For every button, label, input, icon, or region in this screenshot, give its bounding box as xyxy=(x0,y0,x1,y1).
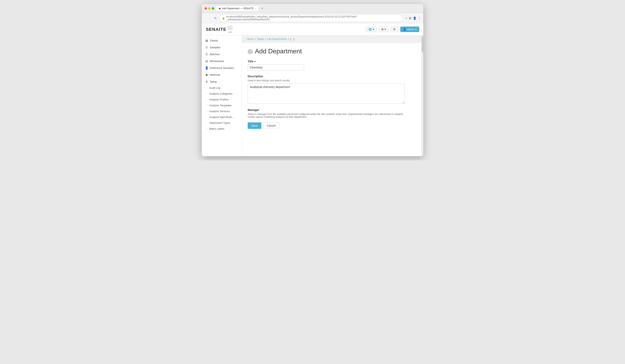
breadcrumb-sep2: / xyxy=(265,37,266,40)
user-icon: 👤 xyxy=(403,28,406,31)
browser-window: ◉ Add Department — SENAITE × + ‹ › ↻ 🔒 l… xyxy=(202,4,423,156)
sidebar: ▦ Clients ⊟ Samples ☰ Batches ▤ Workshee… xyxy=(202,35,242,156)
manager-label: Manager xyxy=(248,108,416,112)
grid-button[interactable]: ⊞ ▾ xyxy=(379,27,389,32)
sidebar-item-methods[interactable]: ▣ Methods xyxy=(202,71,242,78)
sidebar-item-label: Clients xyxy=(210,39,218,42)
setup-icon: ⚙ xyxy=(205,80,208,83)
sidebar-item-batches[interactable]: ☰ Batches xyxy=(202,51,242,58)
title-label: Title ● xyxy=(248,60,416,63)
window-controls xyxy=(205,7,214,10)
address-bar[interactable]: 🔒 localhost:8080/senaite/bika_setup/bika… xyxy=(219,14,403,22)
browser-toolbar: ‹ › ↻ 🔒 localhost:8080/senaite/bika_setu… xyxy=(202,13,423,23)
globe-button[interactable]: 🌐 ▾ xyxy=(366,27,377,32)
title-label-text: Title xyxy=(248,60,253,63)
settings-button[interactable]: ⚙ xyxy=(391,27,398,32)
breadcrumb-ellipsis: […] xyxy=(290,37,294,40)
sidebar-item-label: Samples xyxy=(210,46,220,49)
close-dot[interactable] xyxy=(205,7,207,10)
sidebar-sub-analysis-services[interactable]: › Analysis Services xyxy=(202,108,242,114)
forward-button[interactable]: › xyxy=(209,16,212,20)
methods-icon: ▣ xyxy=(205,73,208,76)
sidebar-item-reference-samples[interactable]: 👤 Reference Samples xyxy=(202,64,242,71)
sidebar-sub-batch-labels[interactable]: › Batch Labels xyxy=(202,126,242,132)
logo-hexagon xyxy=(227,25,233,31)
new-tab-button[interactable]: + xyxy=(261,7,263,10)
scrollbar-track[interactable] xyxy=(421,35,423,156)
title-field-group: Title ● xyxy=(248,60,416,71)
sidebar-item-setup[interactable]: ⚙ Setup xyxy=(202,78,242,85)
logo-sub: LIMS xyxy=(228,31,232,33)
sidebar-item-label: Methods xyxy=(210,73,220,76)
description-help: Used in item listings and search results… xyxy=(248,79,416,82)
chevron-right-icon: › xyxy=(207,98,208,101)
batches-icon: ☰ xyxy=(205,53,208,56)
app-body: ▦ Clients ⊟ Samples ☰ Batches ▤ Workshee… xyxy=(202,35,423,156)
sidebar-sub-label: Attachment Types xyxy=(209,121,230,124)
sidebar-item-label: Setup xyxy=(210,80,217,83)
chevron-right-icon: › xyxy=(207,128,208,130)
chevron-right-icon: › xyxy=(207,104,208,107)
required-marker: ● xyxy=(254,60,256,63)
page-title: Add Department xyxy=(255,48,302,55)
sidebar-sub-analysis-specifications[interactable]: › Analysis Specificati... xyxy=(202,114,242,120)
breadcrumb-home[interactable]: Home xyxy=(247,37,254,40)
admin-label: admin xyxy=(407,28,414,31)
refresh-button[interactable]: ↻ xyxy=(213,16,218,20)
admin-button[interactable]: 👤 admin ▾ xyxy=(400,27,419,32)
sidebar-item-label: Batches xyxy=(210,53,220,56)
breadcrumb-sep3: / xyxy=(288,37,289,40)
manager-help: Select a manager from the available pers… xyxy=(248,113,405,118)
add-department-form: Title ● Description Used in item listing… xyxy=(248,60,416,129)
sidebar-sub-audit-log[interactable]: › Audit Log xyxy=(202,85,242,91)
maximize-dot[interactable] xyxy=(212,7,214,10)
tab-favicon: ◉ xyxy=(219,7,221,10)
logo: SENAITE LIMS xyxy=(206,25,233,33)
description-textarea[interactable]: Analytical chemistry department xyxy=(248,84,405,104)
sidebar-sub-analysis-categories[interactable]: › Analysis Categories xyxy=(202,91,242,97)
breadcrumb: Home / Setup / Lab Departments / […] xyxy=(242,35,421,43)
extensions-icon[interactable]: ⊞ xyxy=(409,17,411,20)
content-area: ◎ Add Department Title ● De xyxy=(242,43,421,155)
grid-dropdown-icon: ▾ xyxy=(385,28,386,31)
header-actions: 🌐 ▾ ⊞ ▾ ⚙ 👤 admin ▾ xyxy=(366,27,419,32)
chevron-right-icon: › xyxy=(207,110,208,112)
globe-icon: 🌐 xyxy=(369,28,372,31)
user-profile-icon[interactable]: 👤 xyxy=(413,17,416,20)
breadcrumb-setup[interactable]: Setup xyxy=(257,37,264,40)
reference-samples-icon: 👤 xyxy=(205,66,208,69)
logo-text: SENAITE xyxy=(206,27,226,32)
back-button[interactable]: ‹ xyxy=(204,16,207,20)
chevron-right-icon: › xyxy=(207,92,208,95)
save-button[interactable]: Save xyxy=(248,122,261,129)
worksheets-icon: ▤ xyxy=(205,60,208,63)
title-input[interactable] xyxy=(248,64,304,71)
gear-icon: ⚙ xyxy=(393,28,396,31)
sidebar-item-worksheets[interactable]: ▤ Worksheets xyxy=(202,58,242,64)
browser-titlebar: ◉ Add Department — SENAITE × + xyxy=(202,4,423,13)
bookmark-icon[interactable]: ☆ xyxy=(405,17,407,20)
sidebar-sub-analysis-profiles[interactable]: › Analysis Profiles xyxy=(202,97,242,102)
page-title-icon: ◎ xyxy=(248,48,252,55)
lock-icon: 🔒 xyxy=(222,17,225,20)
sidebar-item-clients[interactable]: ▦ Clients xyxy=(202,37,242,44)
browser-tab[interactable]: ◉ Add Department — SENAITE × xyxy=(216,6,258,11)
sidebar-item-samples[interactable]: ⊟ Samples xyxy=(202,44,242,51)
sidebar-sub-label: Audit Log xyxy=(209,86,220,90)
sidebar-item-label: Reference Samples xyxy=(210,66,234,69)
page-title-row: ◎ Add Department xyxy=(248,48,416,55)
manager-field-group: Manager Select a manager from the availa… xyxy=(248,108,416,118)
cancel-button[interactable]: Cancel xyxy=(263,122,280,129)
sidebar-sub-attachment-types[interactable]: › Attachment Types xyxy=(202,120,242,126)
breadcrumb-lab-departments[interactable]: Lab Departments xyxy=(267,37,287,40)
tab-title: Add Department — SENAITE xyxy=(222,7,253,10)
clients-icon: ▦ xyxy=(205,39,208,42)
menu-icon[interactable]: ⋮ xyxy=(418,17,421,20)
admin-dropdown-icon: ▾ xyxy=(415,28,417,31)
sidebar-sub-label: Analysis Categories xyxy=(209,92,232,95)
main-content: Home / Setup / Lab Departments / […] ◎ A… xyxy=(242,35,421,156)
scrollbar-thumb[interactable] xyxy=(422,36,423,52)
minimize-dot[interactable] xyxy=(208,7,211,10)
sidebar-sub-analysis-templates[interactable]: › Analysis Templates xyxy=(202,102,242,108)
tab-close-button[interactable]: × xyxy=(255,7,256,10)
